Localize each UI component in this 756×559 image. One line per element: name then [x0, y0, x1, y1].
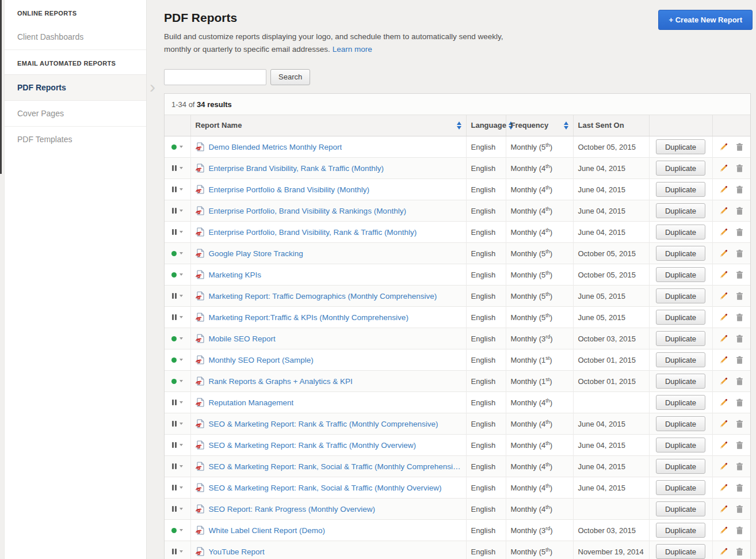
duplicate-button[interactable]: Duplicate — [656, 501, 705, 516]
edit-pencil-icon[interactable] — [719, 334, 728, 343]
report-link[interactable]: SEO & Marketing Report: Rank, Social & T… — [209, 462, 461, 471]
edit-pencil-icon[interactable] — [719, 462, 728, 471]
sidebar-item-cover-pages[interactable]: Cover Pages — [5, 101, 146, 126]
status-indicator[interactable] — [172, 293, 183, 299]
report-link[interactable]: White Label Client Report (Demo) — [209, 526, 326, 535]
delete-trash-icon[interactable] — [735, 356, 744, 364]
status-indicator[interactable] — [172, 208, 183, 214]
delete-trash-icon[interactable] — [735, 547, 744, 556]
status-indicator[interactable] — [171, 144, 183, 150]
status-indicator[interactable] — [171, 336, 183, 341]
status-indicator[interactable] — [172, 506, 183, 512]
edit-pencil-icon[interactable] — [719, 420, 728, 428]
status-indicator[interactable] — [171, 379, 183, 384]
status-indicator[interactable] — [172, 485, 183, 490]
duplicate-button[interactable]: Duplicate — [656, 267, 705, 282]
status-indicator[interactable] — [172, 165, 183, 171]
duplicate-button[interactable]: Duplicate — [656, 523, 705, 538]
duplicate-button[interactable]: Duplicate — [656, 416, 705, 431]
duplicate-button[interactable]: Duplicate — [656, 480, 705, 495]
duplicate-button[interactable]: Duplicate — [656, 288, 705, 303]
duplicate-button[interactable]: Duplicate — [656, 374, 705, 389]
duplicate-button[interactable]: Duplicate — [656, 203, 705, 218]
edit-pencil-icon[interactable] — [719, 271, 728, 279]
sidebar-item-pdf-templates[interactable]: PDF Templates — [5, 127, 146, 152]
sort-icon[interactable] — [457, 121, 461, 130]
edit-pencil-icon[interactable] — [719, 292, 728, 301]
report-link[interactable]: Enterprise Portfolio & Brand Visibility … — [209, 185, 370, 194]
delete-trash-icon[interactable] — [735, 441, 744, 450]
edit-pencil-icon[interactable] — [719, 505, 728, 514]
search-input[interactable] — [164, 69, 266, 85]
duplicate-button[interactable]: Duplicate — [656, 544, 705, 559]
status-indicator[interactable] — [172, 549, 183, 554]
report-link[interactable]: Google Play Store Tracking — [209, 249, 303, 258]
report-link[interactable]: Rank Reports & Graphs + Analytics & KPI — [209, 377, 353, 386]
duplicate-button[interactable]: Duplicate — [656, 438, 705, 452]
edit-pencil-icon[interactable] — [719, 143, 728, 151]
column-frequency[interactable]: Frequency — [506, 115, 573, 136]
report-link[interactable]: Demo Blended Metrics Monthly Report — [209, 143, 342, 151]
report-link[interactable]: SEO & Marketing Report: Rank, Social & T… — [209, 484, 442, 492]
duplicate-button[interactable]: Duplicate — [656, 246, 705, 261]
report-link[interactable]: Enterprise Portfolio, Brand Visibility &… — [209, 207, 406, 215]
duplicate-button[interactable]: Duplicate — [656, 182, 705, 197]
report-link[interactable]: Marketing KPIs — [209, 271, 262, 279]
column-language[interactable]: Language — [466, 115, 506, 136]
delete-trash-icon[interactable] — [735, 526, 744, 535]
status-indicator[interactable] — [172, 400, 183, 405]
column-report-name[interactable]: Report Name — [190, 115, 466, 136]
edit-pencil-icon[interactable] — [719, 313, 728, 322]
report-link[interactable]: Mobile SEO Report — [209, 334, 276, 343]
report-link[interactable]: Enterprise Brand Visibility, Rank & Traf… — [209, 164, 384, 173]
report-link[interactable]: YouTube Report — [209, 547, 265, 556]
duplicate-button[interactable]: Duplicate — [656, 139, 705, 154]
delete-trash-icon[interactable] — [735, 505, 744, 514]
search-button[interactable]: Search — [270, 69, 310, 85]
edit-pencil-icon[interactable] — [719, 185, 728, 194]
report-link[interactable]: Enterprise Portfolio, Brand Visibility, … — [209, 228, 417, 237]
status-indicator[interactable] — [172, 421, 183, 427]
duplicate-button[interactable]: Duplicate — [656, 310, 705, 325]
edit-pencil-icon[interactable] — [719, 484, 728, 492]
sidebar-item-pdf-reports[interactable]: PDF Reports › — [5, 74, 146, 101]
status-indicator[interactable] — [172, 314, 183, 320]
report-link[interactable]: SEO & Marketing Report: Rank & Traffic (… — [209, 420, 438, 428]
delete-trash-icon[interactable] — [735, 271, 744, 279]
delete-trash-icon[interactable] — [735, 462, 744, 471]
duplicate-button[interactable]: Duplicate — [656, 459, 705, 474]
edit-pencil-icon[interactable] — [719, 228, 728, 237]
report-link[interactable]: Reputation Management — [209, 398, 294, 407]
delete-trash-icon[interactable] — [735, 377, 744, 386]
delete-trash-icon[interactable] — [735, 292, 744, 301]
delete-trash-icon[interactable] — [735, 420, 744, 428]
edit-pencil-icon[interactable] — [719, 377, 728, 386]
edit-pencil-icon[interactable] — [719, 164, 728, 173]
sidebar-item-client-dashboards[interactable]: Client Dashboards — [5, 24, 146, 50]
duplicate-button[interactable]: Duplicate — [656, 395, 705, 410]
delete-trash-icon[interactable] — [735, 185, 744, 194]
edit-pencil-icon[interactable] — [719, 207, 728, 215]
report-link[interactable]: Marketing Report:Traffic & KPIs (Monthly… — [209, 313, 408, 322]
sort-icon[interactable] — [564, 121, 568, 130]
status-indicator[interactable] — [172, 463, 183, 469]
status-indicator[interactable] — [171, 358, 183, 363]
delete-trash-icon[interactable] — [735, 334, 744, 343]
report-link[interactable]: SEO & Marketing Report: Rank & Traffic (… — [209, 441, 417, 450]
duplicate-button[interactable]: Duplicate — [656, 161, 705, 176]
edit-pencil-icon[interactable] — [719, 398, 728, 407]
status-indicator[interactable] — [172, 187, 183, 192]
duplicate-button[interactable]: Duplicate — [656, 352, 705, 367]
delete-trash-icon[interactable] — [735, 484, 744, 492]
status-indicator[interactable] — [171, 272, 183, 277]
delete-trash-icon[interactable] — [735, 398, 744, 407]
duplicate-button[interactable]: Duplicate — [656, 331, 705, 346]
edit-pencil-icon[interactable] — [719, 356, 728, 364]
status-indicator[interactable] — [172, 229, 183, 235]
report-link[interactable]: Monthly SEO Report (Sample) — [209, 356, 314, 364]
delete-trash-icon[interactable] — [735, 228, 744, 237]
duplicate-button[interactable]: Duplicate — [656, 225, 705, 239]
delete-trash-icon[interactable] — [735, 207, 744, 215]
edit-pencil-icon[interactable] — [719, 441, 728, 450]
report-link[interactable]: SEO Report: Rank Progress (Monthly Overv… — [209, 505, 376, 514]
